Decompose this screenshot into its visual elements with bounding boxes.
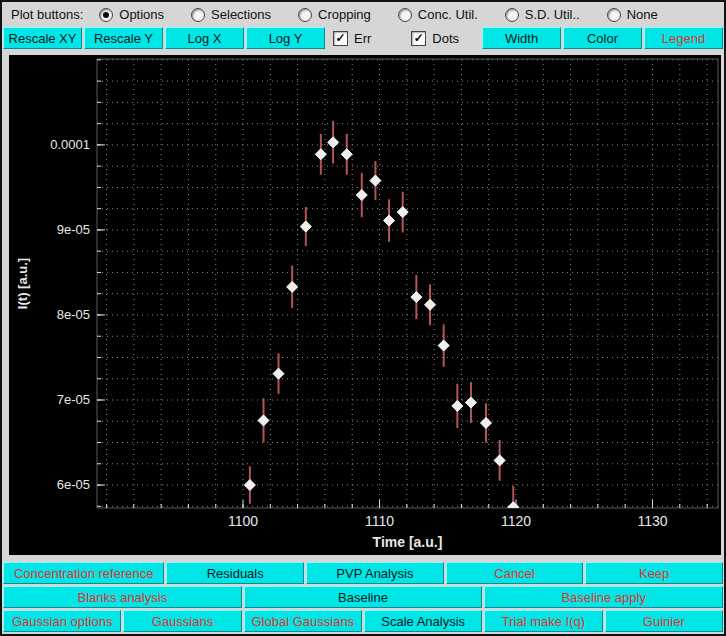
trial-make-i-q-button[interactable]: Trial make I(q) [484, 610, 602, 632]
radio-indicator-icon [298, 8, 312, 22]
svg-text:Time [a.u.]: Time [a.u.] [373, 534, 443, 550]
radio-options[interactable]: Options [99, 7, 164, 22]
svg-text:9e-05: 9e-05 [57, 222, 90, 237]
dots-checkbox[interactable]: ✓Dots [411, 31, 459, 46]
radio-conc-util[interactable]: Conc. Util. [398, 7, 478, 22]
checkbox-check-icon: ✓ [411, 31, 426, 46]
radio-indicator-icon [191, 8, 205, 22]
width-button[interactable]: Width [482, 27, 561, 49]
gaussian-options-button[interactable]: Gaussian options [3, 610, 121, 632]
bottom-button-row-1: Concentration referenceResidualsPVP Anal… [2, 562, 724, 584]
bottom-button-row-2: Blanks analysisBaselineBaseline apply [2, 586, 724, 608]
plot-buttons-bar: Plot buttons: OptionsSelectionsCroppingC… [2, 2, 724, 27]
baseline-apply-button[interactable]: Baseline apply [484, 586, 723, 608]
pvp-analysis-button[interactable]: PVP Analysis [306, 562, 444, 584]
svg-text:1100: 1100 [228, 513, 258, 529]
svg-text:1120: 1120 [501, 513, 531, 529]
svg-text:7e-05: 7e-05 [57, 392, 90, 407]
checkbox-label: Dots [432, 31, 459, 46]
color-button[interactable]: Color [563, 27, 642, 49]
rescale-y-button[interactable]: Rescale Y [84, 27, 163, 49]
plot-panel: 11001110112011306e-057e-058e-059e-050.00… [2, 49, 724, 560]
guinier-button[interactable]: Guinier [605, 610, 723, 632]
radio-indicator-icon [99, 8, 113, 22]
radio-cropping[interactable]: Cropping [298, 7, 371, 22]
plot-mode-radio-group: OptionsSelectionsCroppingConc. Util.S.D.… [99, 7, 685, 22]
toolbar-checkbox-zone: ✓Err✓Dots [327, 27, 480, 49]
svg-text:I(t) [a.u.]: I(t) [a.u.] [15, 258, 30, 309]
svg-text:6e-05: 6e-05 [57, 477, 90, 492]
radio-label: Options [119, 7, 164, 22]
checkbox-label: Err [354, 31, 371, 46]
err-checkbox[interactable]: ✓Err [333, 31, 371, 46]
radio-label: None [627, 7, 658, 22]
concentration-reference-button[interactable]: Concentration reference [3, 562, 164, 584]
radio-label: Conc. Util. [418, 7, 478, 22]
radio-indicator-icon [398, 8, 412, 22]
plot-toolbar: Rescale XYRescale YLog XLog Y✓Err✓DotsWi… [2, 27, 724, 49]
radio-label: S.D. Util.. [525, 7, 580, 22]
checkbox-check-icon: ✓ [333, 31, 348, 46]
global-gaussians-button[interactable]: Global Gaussians [244, 610, 362, 632]
baseline-button[interactable]: Baseline [244, 586, 483, 608]
log-y-button[interactable]: Log Y [246, 27, 325, 49]
plot-canvas[interactable]: 11001110112011306e-057e-058e-059e-050.00… [9, 55, 721, 555]
gaussians-button[interactable]: Gaussians [123, 610, 241, 632]
svg-text:0.0001: 0.0001 [50, 137, 90, 152]
plot-buttons-label: Plot buttons: [11, 7, 83, 22]
svg-text:1130: 1130 [637, 513, 667, 529]
radio-s-d-util[interactable]: S.D. Util.. [505, 7, 580, 22]
svg-text:1110: 1110 [365, 513, 394, 529]
radio-label: Selections [211, 7, 271, 22]
saxs-plot-window: Plot buttons: OptionsSelectionsCroppingC… [0, 0, 726, 636]
keep-button[interactable]: Keep [585, 562, 723, 584]
rescale-xy-button[interactable]: Rescale XY [3, 27, 82, 49]
radio-selections[interactable]: Selections [191, 7, 271, 22]
blanks-analysis-button[interactable]: Blanks analysis [3, 586, 242, 608]
radio-none[interactable]: None [607, 7, 658, 22]
scale-analysis-button[interactable]: Scale Analysis [364, 610, 482, 632]
radio-indicator-icon [607, 8, 621, 22]
svg-text:8e-05: 8e-05 [57, 307, 90, 322]
radio-indicator-icon [505, 8, 519, 22]
bottom-button-row-3: Gaussian optionsGaussiansGlobal Gaussian… [2, 610, 724, 632]
radio-label: Cropping [318, 7, 371, 22]
cancel-button[interactable]: Cancel [446, 562, 584, 584]
residuals-button[interactable]: Residuals [166, 562, 304, 584]
log-x-button[interactable]: Log X [165, 27, 244, 49]
legend-button[interactable]: Legend [644, 27, 723, 49]
plot-area[interactable]: 11001110112011306e-057e-058e-059e-050.00… [9, 55, 721, 555]
